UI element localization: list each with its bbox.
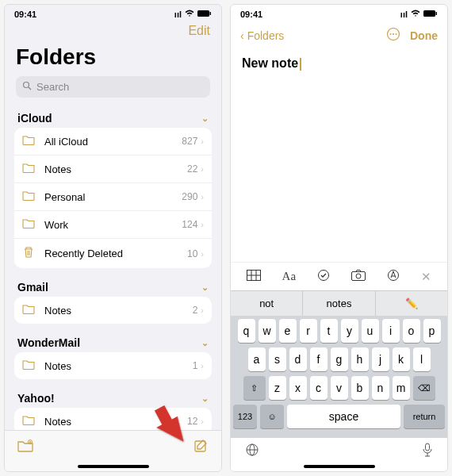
key-l[interactable]: l [413,347,431,371]
return-key[interactable]: return [404,405,445,428]
key-o[interactable]: o [403,319,420,343]
suggestion[interactable]: ✏️ [376,291,447,316]
key-r[interactable]: r [300,319,317,343]
key-a[interactable]: a [248,347,266,371]
key-m[interactable]: m [393,376,410,400]
keyboard-suggestions: not notes ✏️ [231,290,447,316]
key-p[interactable]: p [423,319,441,343]
folder-row[interactable]: Notes1› [14,352,212,379]
chevron-down-icon[interactable]: ⌄ [201,282,209,293]
key-s[interactable]: s [269,347,286,371]
format-icon[interactable]: Aa [282,270,297,283]
key-h[interactable]: h [351,347,369,371]
section-header[interactable]: Gmail⌄ [5,274,221,297]
key-n[interactable]: n [372,376,389,400]
nav-row: Edit [5,21,221,41]
status-bar: 09:41 ııl [231,5,447,21]
status-bar: 09:41 ııl [5,5,221,21]
key-w[interactable]: w [259,319,276,343]
folder-count: 827 [182,136,197,147]
search-placeholder: Search [36,81,69,93]
key-g[interactable]: g [331,347,348,371]
svg-point-13 [396,33,397,35]
signal-icon: ııl [400,10,408,19]
suggestion[interactable]: notes [303,291,375,316]
folder-row[interactable]: Work124› [14,211,212,239]
table-icon[interactable] [247,270,261,283]
folder-label: All iCloud [44,136,182,148]
folder-row[interactable]: Personal290› [14,183,212,211]
mic-icon[interactable] [422,443,433,460]
back-button[interactable]: ‹ Folders [240,29,284,42]
done-button[interactable]: Done [410,29,438,42]
status-time: 09:41 [240,10,262,19]
numbers-key[interactable]: 123 [233,405,257,428]
folder-label: Recently Deleted [44,248,187,259]
folder-row[interactable]: All iCloud827› [14,128,212,155]
edit-button[interactable]: Edit [188,24,210,38]
chevron-down-icon[interactable]: ⌄ [201,113,209,124]
folder-list: Notes2› [14,297,212,324]
folder-count: 1 [193,360,198,371]
key-q[interactable]: q [238,319,255,343]
svg-point-11 [390,33,392,35]
text-cursor [300,58,301,71]
svg-rect-1 [210,12,212,15]
key-y[interactable]: y [341,319,358,343]
markup-icon[interactable] [387,269,400,284]
folder-label: Notes [44,163,187,175]
globe-icon[interactable] [245,443,259,460]
space-key[interactable]: space [287,405,400,428]
svg-rect-25 [426,443,430,451]
key-v[interactable]: v [331,376,348,400]
key-d[interactable]: d [289,347,307,371]
folder-sections[interactable]: iCloud⌄All iCloud827›Notes22›Personal290… [5,106,221,471]
close-toolbar-icon[interactable]: ✕ [421,270,431,284]
key-k[interactable]: k [393,347,410,371]
note-body[interactable]: New note [231,50,447,77]
search-input[interactable]: Search [16,76,210,98]
keyboard-area: Aa ✕ not notes ✏️ qwertyuiop asdfghjkl ⇧… [231,262,447,471]
key-c[interactable]: c [310,376,328,400]
svg-rect-8 [423,10,435,17]
section-header[interactable]: Yahoo!⌄ [5,386,221,408]
backspace-key[interactable]: ⌫ [413,376,435,400]
key-f[interactable]: f [310,347,328,371]
key-t[interactable]: t [320,319,338,343]
key-j[interactable]: j [372,347,389,371]
folders-screen: 09:41 ııl Edit Folders Search iCloud⌄All… [4,4,222,472]
svg-point-12 [393,33,394,35]
more-button[interactable] [386,27,400,44]
battery-icon [197,10,212,19]
home-indicator [78,465,149,468]
new-folder-button[interactable] [17,440,33,456]
key-u[interactable]: u [362,319,379,343]
key-b[interactable]: b [351,376,369,400]
chevron-down-icon[interactable]: ⌄ [201,393,209,404]
compose-button[interactable] [194,439,209,457]
key-z[interactable]: z [269,376,286,400]
folder-row[interactable]: Notes22› [14,155,212,183]
chevron-down-icon[interactable]: ⌄ [201,338,209,348]
section-header[interactable]: WonderMail⌄ [5,330,221,352]
folder-row[interactable]: Notes2› [14,297,212,324]
chevron-right-icon: › [201,136,204,146]
key-i[interactable]: i [382,319,400,343]
section-header[interactable]: iCloud⌄ [5,106,221,128]
status-time: 09:41 [14,10,36,19]
svg-line-3 [29,87,31,90]
note-title: New note [242,56,298,70]
key-x[interactable]: x [289,376,307,400]
folder-row[interactable]: Recently Deleted10› [14,239,212,268]
trash-icon [22,246,36,261]
checklist-icon[interactable] [317,269,330,284]
keyboard: qwertyuiop asdfghjkl ⇧ zxcvbnm ⌫ 123 ☺ s… [231,316,447,438]
shift-key[interactable]: ⇧ [243,376,266,400]
svg-rect-0 [197,10,209,17]
key-e[interactable]: e [279,319,297,343]
folder-list: Notes1› [14,352,212,379]
emoji-key[interactable]: ☺ [260,405,284,428]
folder-count: 290 [182,191,197,202]
camera-icon[interactable] [351,270,366,283]
suggestion[interactable]: not [231,291,303,316]
